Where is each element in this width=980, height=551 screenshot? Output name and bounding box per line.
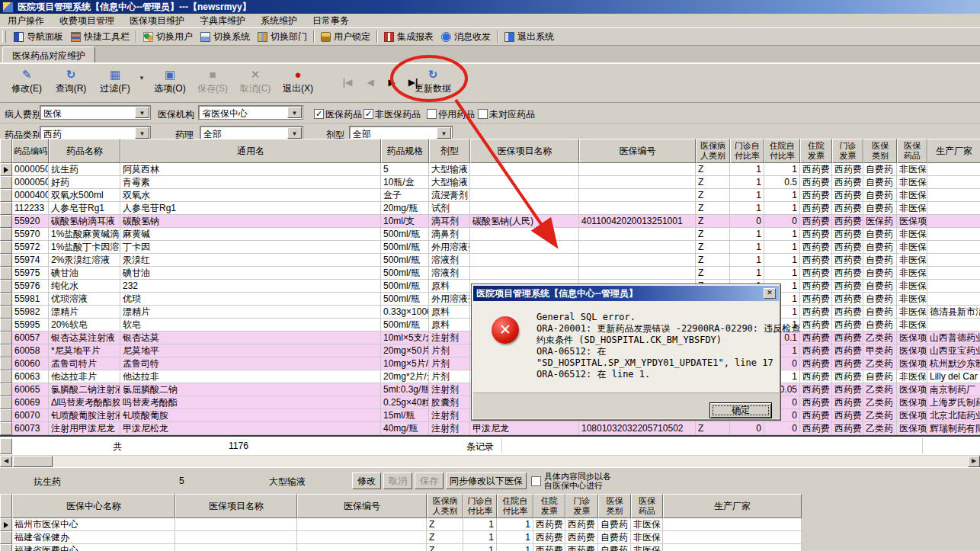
cell: 乙类药 [863,409,897,422]
toolbar-button-nav-panel[interactable]: 导航面板 [10,29,67,45]
update-data-button[interactable]: ↻更新数据 [409,66,456,100]
options-icon: ▣ [149,66,191,82]
nav-next-button[interactable]: ▶ [383,74,401,91]
column-header[interactable]: 生产厂家 [663,494,802,518]
cell: 自费药 [863,176,897,189]
sync-checkbox[interactable] [531,476,541,486]
toolbar-button-options[interactable]: ▣选项(O) [149,66,191,100]
cell: 西药费 [832,344,863,357]
menu-item-5[interactable]: 系统维护 [253,14,305,28]
column-header[interactable]: 医保 类别 [598,494,631,518]
table-row[interactable]: 559721%盐酸丁卡因溶液丁卡因500ml/瓶外用溶液剂Z11西药费西药费自费… [0,241,980,254]
column-header[interactable]: 剂型 [429,139,470,163]
tab-insurance-drug-maintenance[interactable]: 医保药品对应维护 [2,46,95,62]
column-header[interactable]: 通用名 [120,139,381,163]
menu-item-6[interactable]: 日常事务 [305,14,357,28]
table-row[interactable]: 000005002好药青霉素10瓶/盒大型输液Z10.5西药费西药费自费药非医保 [0,176,980,189]
table-row[interactable]: 55975碘甘油碘甘油500ml/瓶溶液剂Z11西药费西药费自费药非医保 [0,267,980,280]
filter-checkbox-1[interactable]: ✓ [314,109,324,119]
table-row[interactable]: 000005001抗生药阿莫西林5大型输液Z11西药费西药费自费药非医保 [0,163,980,176]
cell: 碳酸氢钠滴耳液 [49,215,120,228]
table-row[interactable]: 559701%盐酸麻黄碱滴鼻液麻黄碱500ml/瓶滴鼻剂Z11西药费西药费自费药… [0,228,980,241]
toolbar-button-message[interactable]: 消息收发 [437,29,495,45]
table-row[interactable]: 60073注射用甲泼尼龙甲泼尼松龙40mg/瓶注射剂甲泼尼龙1080103203… [0,422,980,435]
cell: 1 [497,531,533,544]
dialog-close-button[interactable]: ✕ [764,288,776,299]
cell: 银杏达莫 [120,332,381,344]
cell: 吗替麦考酚酯 [120,396,381,409]
column-header[interactable]: 生产厂家 [927,139,980,163]
ok-button[interactable]: 确定 [709,402,772,418]
filter-dropdown-icon[interactable]: ▼ [139,75,145,82]
cell: 60073 [12,422,49,435]
chevron-down-icon[interactable]: ▼ [437,127,451,139]
scroll-left-button[interactable]: ◀ [0,456,12,467]
chevron-down-icon[interactable]: ▼ [287,107,302,118]
toolbar-button-quick-toolbar[interactable]: 快捷工具栏 [67,29,133,45]
toolbar-button-switch-dept[interactable]: 切换部门 [254,29,311,45]
filter-checkbox-4[interactable] [478,109,488,119]
column-header[interactable]: 住院 发票 [533,494,565,518]
panel-button-4[interactable]: 同步修改以下医保 [446,473,527,489]
insurance-org-combo[interactable]: 省医保中心▼ [198,105,303,120]
table-row[interactable]: 福州市医保中心Z11西药费西药费自费药非医保 [0,518,980,531]
table-row[interactable]: 559742%汞溴红溶液汞溴红500ml/瓶溶液剂Z11西药费西药费自费药非医保 [0,254,980,267]
chevron-down-icon[interactable]: ▼ [287,127,302,139]
toolbar-grip[interactable] [2,30,6,43]
column-header[interactable]: 医保 类别 [863,139,897,163]
column-header[interactable]: 药品规格 [381,139,429,163]
column-header[interactable]: 门诊自 付比率 [730,139,764,163]
column-header[interactable]: 医保项目名称 [175,494,297,518]
scrollbar-thumb[interactable] [13,456,53,467]
cell: 他达拉非片 [49,370,120,383]
toolbar-button-user-lock[interactable]: 用户锁定 [317,29,374,45]
toolbar-button-save: ■保存(S) [192,66,233,100]
menu-item-1[interactable]: 用户操作 [0,14,52,28]
toolbar-button-filter[interactable]: ▦过滤(F) [94,66,136,100]
column-header[interactable]: 门诊自 付比率 [463,494,497,518]
column-header[interactable]: 医保项目名称 [470,139,579,163]
table-row[interactable]: 福建省保健办Z11西药费西药费自费药非医保 [0,531,980,544]
table-row[interactable]: 55920碳酸氢钠滴耳液碳酸氢钠10ml/支滴耳剂碳酸氢钠(人民)4011004… [0,215,980,228]
panel-button-1[interactable]: 修改 [352,473,381,489]
button-label: 保存(S) [192,82,233,95]
toolbar-button-switch-system[interactable]: 切换系统 [197,29,254,45]
column-header[interactable]: 医保病 人类别 [696,139,730,163]
filter-checkbox-3[interactable] [427,109,437,119]
scroll-right-button[interactable]: ▶ [968,456,980,467]
column-header[interactable]: 医保编号 [297,494,427,518]
toolbar-button-switch-user[interactable]: 切换用户 [139,29,197,45]
filter-checkbox-2[interactable]: ✓ [363,109,373,119]
chevron-down-icon[interactable]: ▼ [135,127,149,139]
column-header[interactable]: 住院自 付比率 [497,494,533,518]
table-row[interactable]: 112233人参皂苷Rg1人参皂苷Rg120mg/瓶试剂Z11西药费西药费自费药… [0,202,980,215]
column-header[interactable]: 门诊 发票 [832,139,863,163]
column-header[interactable]: 门诊 发票 [565,494,598,518]
selected-drug-name: 抗生药 [34,476,61,489]
toolbar-button-report[interactable]: 集成报表 [380,29,437,45]
column-header[interactable]: 药品名称 [49,139,120,163]
column-header[interactable]: 药品编码 [12,139,49,163]
toolbar-button-exit-system[interactable]: 退出系统 [501,29,558,45]
cell [579,267,696,280]
toolbar-separator [376,30,378,43]
menu-item-4[interactable]: 字典库维护 [192,14,253,28]
column-header[interactable]: 医保中心名称 [12,494,175,518]
menu-item-3[interactable]: 医保项目维护 [122,14,192,28]
cell [663,531,802,544]
column-header[interactable]: 住院自 付比率 [764,139,800,163]
toolbar-button-exit[interactable]: ●退出(X) [277,66,319,100]
column-header[interactable]: 医保 药品 [897,139,927,163]
chevron-down-icon[interactable]: ▼ [135,107,149,118]
horizontal-scrollbar[interactable]: ◀ ▶ [0,456,980,467]
toolbar-button-edit[interactable]: ✎修改(E) [6,66,47,100]
column-header[interactable]: 住院 发票 [800,139,832,163]
column-header[interactable]: 医保编号 [579,139,696,163]
table-row[interactable]: 福建省医费中心Z11西药费西药费自费药非医保 [0,544,980,551]
table-row[interactable]: 000040001双氧水500ml双氧水盒子流浸膏剂Z11西药费西药费自费药非医… [0,189,980,202]
column-header[interactable]: 医保病 人类别 [427,494,463,518]
column-header[interactable]: 医保 药品 [631,494,663,518]
patient-fee-combo[interactable]: 医保▼ [40,105,151,120]
menu-item-2[interactable]: 收费项目管理 [52,14,122,28]
toolbar-button-query[interactable]: ↻查询(R) [50,66,91,100]
